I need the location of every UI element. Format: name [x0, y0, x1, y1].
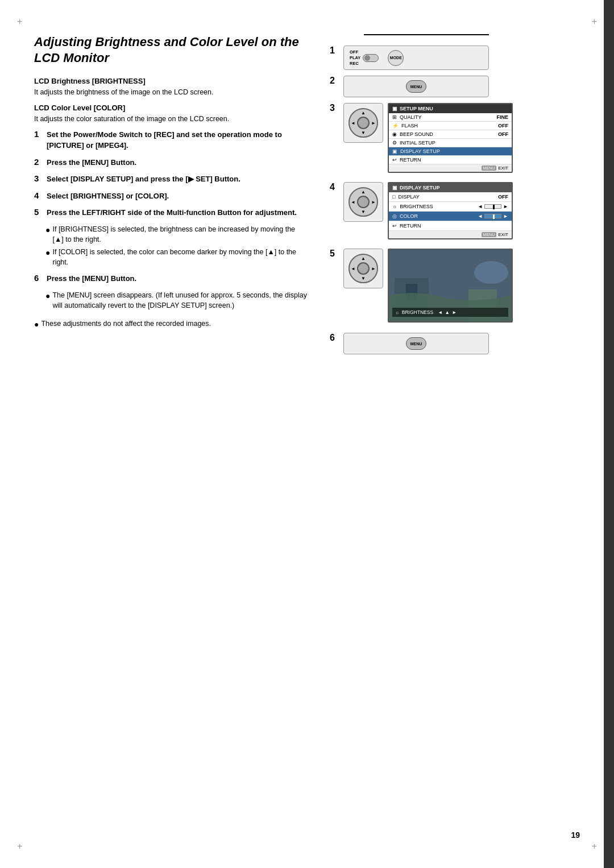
return-icon: ↩ — [392, 157, 397, 163]
menu-initial-row: ⚙ INITIAL SETUP — [389, 139, 512, 147]
note-bullet: ● These adjustments do not affect the re… — [34, 319, 307, 330]
right-step-3-num: 3 — [330, 103, 339, 113]
bullet-6-1: ● The [MENU] screen disappears. (If left… — [45, 290, 307, 311]
step-1-text: Set the Power/Mode Switch to [REC] and s… — [47, 129, 307, 151]
display-setup-icon: ▣ — [392, 185, 397, 191]
step-6-number: 6 — [34, 273, 42, 283]
bullet-5-2-text: If [COLOR] is selected, the color can be… — [52, 247, 307, 267]
color-header: LCD Color Level [COLOR] — [34, 104, 307, 112]
menu-quality-value: FINE — [496, 114, 508, 120]
dial-arrow-right-4: ► — [371, 200, 376, 205]
menu-button-diagram: MENU — [406, 80, 426, 93]
page-title: Adjusting Brightness and Color Level on … — [34, 34, 307, 65]
bullet-5-2: ● If [COLOR] is selected, the color can … — [45, 247, 307, 267]
step-3: 3 Select [DISPLAY SETUP] and press the [… — [34, 173, 307, 185]
svg-point-1 — [474, 261, 508, 284]
switch-off-label: OFF — [350, 49, 360, 55]
right-step-1-num: 1 — [330, 46, 339, 56]
menu-beep-row: ◉ BEEP SOUND OFF — [389, 130, 512, 139]
menu-button-diagram-6: MENU — [406, 337, 426, 350]
color-text: It adjusts the color saturation of the i… — [34, 114, 307, 125]
step-6-camera-diagram: MENU — [343, 333, 489, 354]
multi-dial-3: ▲ ▼ ◄ ► — [349, 108, 378, 138]
display-footer-exit: EXIT — [498, 232, 508, 237]
step-3-diagram-row: 3 ▲ ▼ ◄ ► — [330, 103, 489, 173]
camera-top-diagram: OFF PLAY REC MODE — [343, 46, 489, 70]
menu-return-row: ↩ RETURN — [389, 156, 512, 164]
step-4-inner: ▲ ▼ ◄ ► ▣ DISPLAY SETUP — [343, 182, 513, 239]
title-divider — [364, 34, 489, 35]
brightness-text: It adjusts the brightness of the image o… — [34, 87, 307, 98]
menu-display-label: ▣ DISPLAY SETUP — [392, 148, 508, 154]
menu-beep-label: ◉ BEEP SOUND — [392, 131, 498, 137]
dial-inner-4 — [357, 196, 370, 208]
menu-button-area-6: MENU — [343, 333, 489, 354]
step-4-number: 4 — [34, 191, 42, 200]
setup-menu-screen: ▣ SETUP MENU ⊞ QUALITY FINE — [388, 103, 513, 173]
step-3-content: ▲ ▼ ◄ ► ▣ SETUP MENU — [343, 103, 513, 173]
dial-arrow-left-3: ◄ — [351, 121, 355, 126]
dark-sidebar — [604, 0, 614, 868]
step-3-text: Select [DISPLAY SETUP] and press the [▶ … — [47, 173, 240, 185]
display-setup-screen: ▣ DISPLAY SETUP □ DISPLAY OFF — [388, 182, 513, 239]
display-row-icon: □ — [392, 194, 395, 200]
step-1: 1 Set the Power/Mode Switch to [REC] and… — [34, 129, 307, 151]
dial-inner-5 — [357, 262, 370, 275]
menu-flash-label: ⚡ FLASH — [392, 123, 498, 129]
step-1-diagram-row: 1 OFF PLAY REC — [330, 46, 489, 70]
menu-flash-value: OFF — [498, 123, 508, 129]
step-6: 6 Press the [MENU] Button. — [34, 273, 307, 284]
brightness-indicator — [493, 205, 495, 209]
dial-arrow-down-5: ▼ — [361, 276, 366, 281]
note-dot: ● — [34, 319, 39, 330]
preview-slider-marker: ▲ — [445, 309, 449, 315]
display-return-row: ↩ RETURN — [389, 221, 512, 231]
switch-play-label: PLAY — [350, 55, 360, 61]
menu-display-row: ▣ DISPLAY SETUP — [389, 147, 512, 156]
step-5-number: 5 — [34, 207, 42, 217]
dial-arrow-down-4: ▼ — [361, 209, 366, 214]
display-icon: ▣ — [392, 148, 397, 154]
dial-arrow-up-5: ▲ — [361, 256, 366, 261]
menu-footer-btn: MENU — [482, 166, 497, 171]
step-3-inner: ▲ ▼ ◄ ► ▣ SETUP MENU — [343, 103, 513, 173]
menu-initial-label: ⚙ INITIAL SETUP — [392, 140, 508, 146]
step-6-diagram-row: 6 MENU — [330, 333, 489, 354]
step-2-camera-diagram: MENU — [343, 76, 489, 97]
display-display-value: OFF — [498, 194, 508, 200]
dial-arrow-down-3: ▼ — [361, 130, 366, 135]
display-brightness-label: ☼ BRIGHTNESS — [392, 204, 478, 209]
switch-toggle — [363, 54, 379, 62]
switch-rec-label: REC — [350, 61, 360, 67]
initial-icon: ⚙ — [392, 140, 397, 146]
step-4-diagram-row: 4 ▲ ▼ ◄ ► — [330, 182, 489, 239]
preview-brightness-label: BRIGHTNESS — [402, 309, 433, 315]
step-2: 2 Press the [MENU] Button. — [34, 157, 307, 168]
step-4: 4 Select [BRIGHTNESS] or [COLOR]. — [34, 191, 307, 202]
trim-mark-bl: + — [17, 842, 22, 851]
step-6-text: Press the [MENU] Button. — [47, 273, 136, 284]
page-container: + + + + Adjusting Brightness and Color L… — [0, 0, 614, 868]
step-4-text: Select [BRIGHTNESS] or [COLOR]. — [47, 191, 169, 202]
display-footer-btn: MENU — [482, 232, 497, 237]
trim-mark-tr: + — [592, 17, 597, 26]
menu-return-label: ↩ RETURN — [392, 157, 508, 163]
display-display-label: □ DISPLAY — [392, 194, 498, 200]
beep-icon: ◉ — [392, 131, 397, 137]
menu-quality-label: ⊞ QUALITY — [392, 114, 496, 120]
menu-btn-label: MENU — [410, 85, 422, 89]
step-1-camera-diagram: OFF PLAY REC MODE — [343, 46, 489, 70]
step-3-number: 3 — [34, 173, 42, 183]
dial-arrow-up-4: ▲ — [361, 189, 366, 195]
dial-inner-3 — [357, 117, 370, 129]
color-indicator — [493, 214, 495, 219]
display-setup-title: DISPLAY SETUP — [400, 185, 440, 191]
display-footer: MENU EXIT — [389, 231, 512, 238]
right-step-2-num: 2 — [330, 76, 339, 86]
step-5-inner: ▲ ▼ ◄ ► — [343, 249, 513, 323]
step-4-content: ▲ ▼ ◄ ► ▣ DISPLAY SETUP — [343, 182, 513, 239]
brightness-row-icon: ☼ — [392, 204, 397, 209]
display-color-label: ◎ COLOR — [392, 213, 478, 219]
switch-knob — [364, 55, 370, 61]
color-plus: ► — [503, 213, 508, 219]
